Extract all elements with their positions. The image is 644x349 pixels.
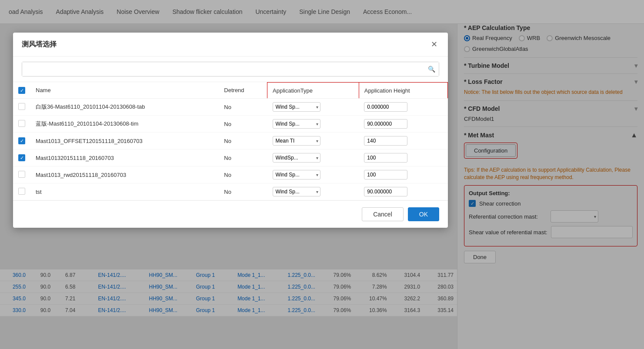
app-type-select-wrapper: Wind Sp... — [273, 170, 320, 179]
row-app-type: Wind Sp... — [267, 116, 359, 133]
row-name: tst — [30, 183, 219, 200]
app-height-input[interactable] — [364, 153, 407, 163]
row-app-height — [359, 99, 447, 116]
search-input[interactable] — [22, 62, 439, 76]
row-detrend: No — [219, 166, 267, 183]
row-app-type: Wind Sp... — [267, 166, 359, 183]
app-type-select-wrapper: Wind Sp... — [273, 102, 320, 112]
table-row: tstNoWind Sp... — [13, 183, 448, 200]
table-row: 蓝版-Mast6110_20101104-20130608-timNoWind … — [13, 116, 448, 133]
th-app-height: Application Height — [359, 83, 447, 99]
th-app-type: ApplicationType — [267, 83, 359, 99]
row-name: 白版36-Mast6110_20101104-20130608-tab — [30, 99, 219, 116]
table-row: ✓Mast1013_OFFSET120151118_20160703NoMean… — [13, 133, 448, 150]
row-name: Mast1013_rwd20151118_20160703 — [30, 166, 219, 183]
th-name: Name — [30, 83, 219, 99]
app-type-select[interactable]: Wind Sp... — [273, 170, 320, 179]
row-checkbox-cell: ✓ — [13, 133, 30, 150]
row-checkbox-cell — [13, 99, 30, 116]
app-height-input[interactable] — [364, 136, 407, 146]
cancel-button[interactable]: Cancel — [362, 207, 404, 221]
row-detrend: No — [219, 133, 267, 150]
modal-title: 测风塔选择 — [22, 40, 57, 49]
row-checkbox[interactable]: ✓ — [18, 154, 25, 161]
row-detrend: No — [219, 116, 267, 133]
row-checkbox[interactable] — [18, 171, 25, 178]
modal-header: 测风塔选择 ✕ — [13, 33, 448, 57]
table-row: ✓Mast101320151118_20160703NoWindSp... — [13, 150, 448, 166]
app-type-select[interactable]: Wind Sp... — [273, 119, 320, 129]
app-type-select-wrapper: Mean TI — [273, 136, 320, 146]
app-height-input[interactable] — [364, 170, 407, 179]
row-app-type: Wind Sp... — [267, 99, 359, 116]
row-checkbox[interactable]: ✓ — [18, 137, 25, 144]
app-type-select[interactable]: WindSp... — [273, 153, 320, 163]
ok-button[interactable]: OK — [408, 207, 439, 221]
modal-close-button[interactable]: ✕ — [429, 39, 439, 50]
row-name: Mast1013_OFFSET120151118_20160703 — [30, 133, 219, 150]
row-checkbox-cell — [13, 116, 30, 133]
mast-table: ✓ Name Detrend ApplicationType Applicati… — [13, 82, 448, 200]
app-type-select[interactable]: Mean TI — [273, 136, 320, 146]
row-app-type: WindSp... — [267, 150, 359, 166]
modal-search-area: 🔍 — [13, 57, 448, 82]
modal-overlay: 测风塔选择 ✕ 🔍 ✓ Name Detrend ApplicationType — [0, 0, 644, 349]
search-input-wrapper: 🔍 — [22, 62, 439, 76]
th-checkbox: ✓ — [13, 83, 30, 99]
row-app-height — [359, 150, 447, 166]
row-app-height — [359, 116, 447, 133]
row-checkbox[interactable] — [18, 103, 25, 110]
row-app-height — [359, 166, 447, 183]
row-detrend: No — [219, 99, 267, 116]
table-row: 白版36-Mast6110_20101104-20130608-tabNoWin… — [13, 99, 448, 116]
app-type-select-wrapper: WindSp... — [273, 153, 320, 163]
row-app-type: Mean TI — [267, 133, 359, 150]
row-detrend: No — [219, 183, 267, 200]
modal-footer: Cancel OK — [13, 200, 448, 228]
row-checkbox-cell — [13, 166, 30, 183]
header-checkbox[interactable]: ✓ — [18, 87, 25, 94]
row-name: Mast101320151118_20160703 — [30, 150, 219, 166]
app-type-select-wrapper: Wind Sp... — [273, 187, 320, 196]
table-row: Mast1013_rwd20151118_20160703NoWind Sp..… — [13, 166, 448, 183]
row-checkbox-cell: ✓ — [13, 150, 30, 166]
app-type-select-wrapper: Wind Sp... — [273, 119, 320, 129]
th-detrend: Detrend — [219, 83, 267, 99]
row-checkbox[interactable] — [18, 120, 25, 127]
row-detrend: No — [219, 150, 267, 166]
app-height-input[interactable] — [364, 187, 407, 196]
search-icon: 🔍 — [428, 66, 435, 73]
row-app-type: Wind Sp... — [267, 183, 359, 200]
row-name: 蓝版-Mast6110_20101104-20130608-tim — [30, 116, 219, 133]
app-type-select[interactable]: Wind Sp... — [273, 102, 320, 112]
app-height-input[interactable] — [364, 102, 407, 112]
app-type-select[interactable]: Wind Sp... — [273, 187, 320, 196]
met-mast-dialog: 测风塔选择 ✕ 🔍 ✓ Name Detrend ApplicationType — [13, 33, 448, 228]
row-checkbox-cell — [13, 183, 30, 200]
row-checkbox[interactable] — [18, 188, 25, 195]
row-app-height — [359, 183, 447, 200]
app-height-input[interactable] — [364, 119, 407, 129]
row-app-height — [359, 133, 447, 150]
